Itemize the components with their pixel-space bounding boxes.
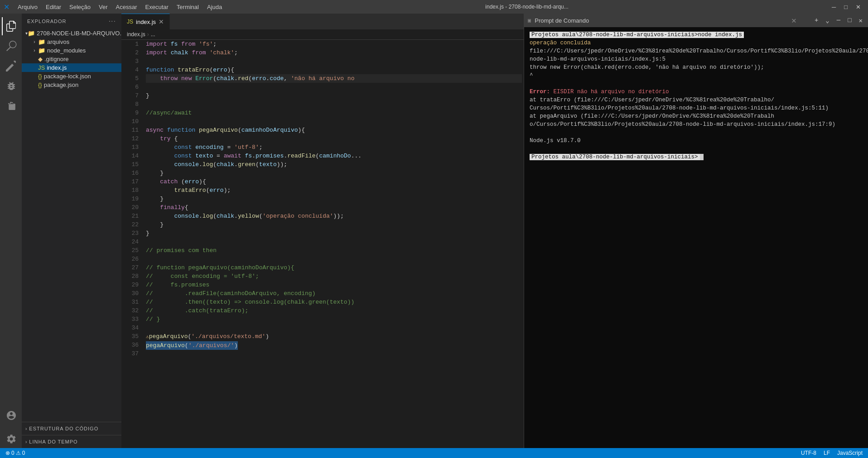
terminal-line-blank2: [530, 129, 863, 137]
activity-explorer[interactable]: [2, 17, 20, 35]
menu-editar[interactable]: Editar: [42, 3, 65, 11]
terminal-line-success: operação concluída: [530, 39, 863, 47]
menu-ver[interactable]: Ver: [95, 3, 111, 11]
terminal-content[interactable]: Projetos aula\2708-node-lib-md-arquivos-…: [524, 27, 868, 448]
error-count: 0: [11, 450, 14, 456]
tree-item-gitignore[interactable]: ◆ .gitignore: [22, 55, 121, 63]
line-ending-label: LF: [824, 450, 830, 456]
breadcrumb-file[interactable]: index.js: [127, 31, 145, 38]
status-line-ending[interactable]: LF: [822, 450, 832, 456]
status-bar: ⊗ 0 ⚠ 0 UTF-8 LF JavaScript: [0, 448, 868, 458]
close-button[interactable]: ✕: [852, 4, 864, 10]
activity-account[interactable]: [2, 406, 20, 425]
status-right: UTF-8 LF JavaScript: [799, 450, 864, 456]
terminal-more-button[interactable]: ⌄: [824, 17, 831, 24]
chevron-right-icon: ›: [25, 439, 27, 444]
app-icon: ✕: [4, 3, 10, 11]
menu-bar: ✕ Arquivo Editar Seleção Ver Acessar Exe…: [0, 0, 868, 14]
tree-item-package-lock[interactable]: {} package-lock.json: [22, 72, 121, 81]
warning-count: 0: [22, 450, 25, 456]
terminal-line-throw: throw new Error(chalk.red(erro.code, 'nã…: [530, 63, 863, 72]
terminal-panel: ▣ Prompt de Comando ✕ + ⌄ ─ □ ✕ Projetos…: [524, 14, 868, 448]
code-lines[interactable]: import fs from 'fs'; import chalk from '…: [144, 40, 524, 448]
json-icon: {}: [38, 73, 42, 80]
js-icon: JS: [38, 64, 45, 71]
minimize-button[interactable]: ─: [828, 4, 839, 10]
sidebar: EXPLORADOR ··· ▾ 📁 2708-NODE-LIB-MD-ARQU…: [22, 14, 121, 448]
tab-label: index.js: [136, 19, 156, 25]
tab-close-button[interactable]: ✕: [159, 18, 164, 25]
terminal-line-error: Error: EISDIR não há arquivo no diretóri…: [530, 88, 863, 96]
activity-bar: [0, 14, 22, 448]
chevron-right-icon: ›: [31, 39, 38, 44]
terminal-line-path1: Projetos aula\2708-node-lib-md-arquivos-…: [530, 31, 863, 39]
terminal-maximize-button[interactable]: □: [846, 17, 853, 24]
activity-extensions[interactable]: [2, 97, 20, 115]
file-label: package.json: [44, 81, 121, 88]
terminal-line-blank3: [530, 145, 863, 153]
folder-icon: 📁: [28, 30, 35, 37]
maximize-button[interactable]: □: [840, 4, 851, 10]
main-layout: EXPLORADOR ··· ▾ 📁 2708-NODE-LIB-MD-ARQU…: [0, 14, 868, 448]
error-icon: ⊗: [5, 450, 10, 456]
sidebar-more-button[interactable]: ···: [109, 17, 116, 25]
menu-arquivo[interactable]: Arquivo: [14, 3, 41, 11]
tree-item-root[interactable]: ▾ 📁 2708-NODE-LIB-MD-ARQUIVO...: [22, 29, 121, 38]
tree-item-node-modules[interactable]: › 📁 node_modules: [22, 46, 121, 55]
breadcrumb-context[interactable]: ...: [151, 31, 155, 38]
code-editor[interactable]: 12345 678910 1112131415 1617181920 21222…: [121, 40, 524, 448]
terminal-line-stack1: at trataErro (file:///C:/Users/jpedr/One…: [530, 96, 863, 112]
timeline-header[interactable]: › LINHA DO TEMPO: [22, 437, 121, 446]
activity-debug[interactable]: [2, 77, 20, 95]
js-file-icon: JS: [127, 19, 133, 25]
project-name: 2708-NODE-LIB-MD-ARQUIVO...: [37, 30, 121, 37]
menu-selecao[interactable]: Seleção: [66, 3, 94, 11]
menu-terminal[interactable]: Terminal: [173, 3, 203, 11]
code-structure-section: › ESTRUTURA DO CÓDIGO: [22, 422, 121, 435]
activity-git[interactable]: [2, 57, 20, 75]
sidebar-header: EXPLORADOR ···: [22, 14, 121, 29]
status-language[interactable]: JavaScript: [835, 450, 864, 456]
file-label: package-lock.json: [44, 73, 121, 80]
terminal-line-filepath: file:///C:/Users/jpedr/OneDrive/%C3%81re…: [530, 47, 863, 63]
tabs-bar: JS index.js ✕: [121, 14, 524, 29]
status-encoding[interactable]: UTF-8: [799, 450, 818, 456]
terminal-line-blank1: [530, 80, 863, 88]
encoding-label: UTF-8: [801, 450, 816, 456]
menu-acessar[interactable]: Acessar: [112, 3, 141, 11]
terminal-close-icon[interactable]: ✕: [791, 15, 796, 25]
terminal-path-bar: Projetos aula\2708-node-lib-md-arquivos-…: [530, 32, 744, 38]
folder-icon: 📁: [38, 47, 45, 54]
folder-label: arquivos: [47, 38, 121, 45]
terminal-path-bar2: Projetos aula\2708-node-lib-md-arquivos-…: [530, 154, 700, 160]
status-errors[interactable]: ⊗ 0 ⚠ 0: [4, 450, 27, 456]
terminal-close-button[interactable]: ✕: [857, 17, 864, 24]
json-icon: {}: [38, 81, 42, 88]
terminal-line-node: Node.js v18.7.0: [530, 137, 863, 145]
terminal-line-path2: Projetos aula\2708-node-lib-md-arquivos-…: [530, 153, 863, 161]
terminal-minimize-button[interactable]: ─: [835, 17, 842, 24]
menu-executar[interactable]: Executar: [142, 3, 172, 11]
code-structure-header[interactable]: › ESTRUTURA DO CÓDIGO: [22, 424, 121, 433]
activity-search[interactable]: [2, 37, 20, 55]
terminal-new-button[interactable]: +: [813, 17, 820, 24]
activity-settings[interactable]: [2, 430, 20, 448]
chevron-right-icon: ›: [25, 426, 27, 431]
file-label: .gitignore: [44, 56, 121, 62]
tree-item-package[interactable]: {} package.json: [22, 81, 121, 89]
menu-ajuda[interactable]: Ajuda: [203, 3, 226, 11]
file-tree: ▾ 📁 2708-NODE-LIB-MD-ARQUIVO... › 📁 arqu…: [22, 29, 121, 225]
editor-area: JS index.js ✕ index.js › ... 12345 67891…: [121, 14, 524, 448]
tab-indexjs[interactable]: JS index.js ✕: [121, 14, 170, 29]
status-left: ⊗ 0 ⚠ 0: [4, 450, 27, 456]
terminal-title: Prompt de Comando: [535, 17, 786, 24]
language-label: JavaScript: [837, 450, 863, 456]
sidebar-title: EXPLORADOR: [27, 19, 66, 24]
window-title: index.js - 2708-node-lib-md-arqu...: [227, 4, 827, 10]
warning-icon: ⚠: [16, 450, 21, 456]
tree-item-arquivos[interactable]: › 📁 arquivos: [22, 38, 121, 46]
breadcrumb-sep: ›: [147, 31, 149, 38]
chevron-right-icon: ›: [31, 48, 38, 53]
timeline-section: › LINHA DO TEMPO: [22, 435, 121, 448]
tree-item-indexjs[interactable]: JS index.js: [22, 63, 121, 72]
